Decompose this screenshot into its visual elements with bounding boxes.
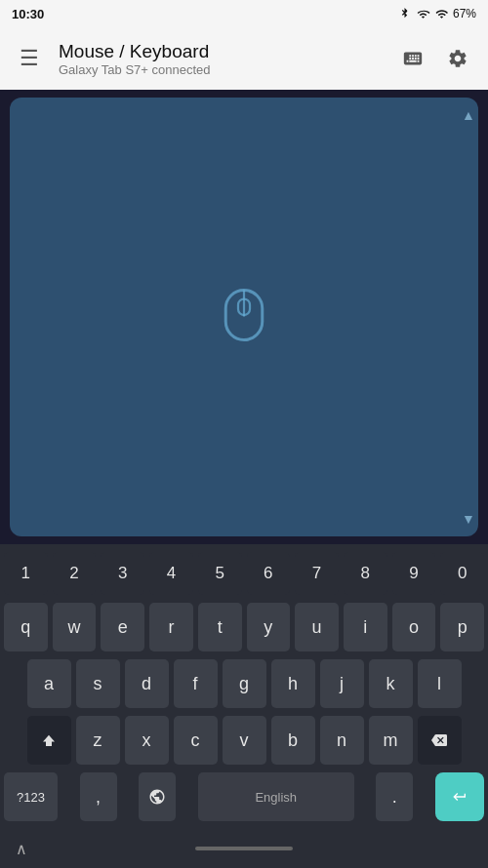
- key-5[interactable]: 5: [198, 552, 242, 595]
- backspace-icon: [429, 732, 449, 748]
- touchpad-area[interactable]: ▲ ▼: [10, 98, 478, 536]
- gear-icon: [447, 48, 468, 69]
- key-4[interactable]: 4: [149, 552, 193, 595]
- globe-icon: [148, 788, 166, 806]
- status-icons: 67%: [398, 7, 476, 20]
- key-a[interactable]: a: [27, 659, 71, 708]
- space-key[interactable]: English: [198, 772, 354, 821]
- key-o[interactable]: o: [392, 603, 436, 651]
- symbols-key[interactable]: ?123: [4, 772, 58, 821]
- key-t[interactable]: t: [198, 603, 242, 651]
- app-bar: ☰ Mouse / Keyboard Galaxy Tab S7+ connec…: [0, 27, 488, 90]
- app-bar-subtitle: Galaxy Tab S7+ connected: [59, 62, 383, 77]
- enter-key[interactable]: [435, 772, 484, 821]
- app-bar-actions: [394, 40, 476, 77]
- bluetooth-icon: [398, 8, 411, 20]
- signal-icon: [435, 8, 448, 20]
- key-d[interactable]: d: [125, 659, 169, 708]
- key-9[interactable]: 9: [392, 552, 436, 595]
- backspace-key[interactable]: [418, 716, 462, 765]
- nav-down-button[interactable]: ∧: [16, 840, 27, 858]
- period-key[interactable]: .: [376, 772, 413, 821]
- comma-key[interactable]: ,: [80, 772, 117, 821]
- scroll-down-arrow: ▼: [462, 511, 475, 527]
- settings-button[interactable]: [439, 40, 476, 77]
- key-x[interactable]: x: [125, 716, 169, 765]
- app-bar-title: Mouse / Keyboard: [59, 41, 383, 62]
- number-row: 1 2 3 4 5 6 7 8 9 0: [4, 552, 484, 595]
- key-8[interactable]: 8: [344, 552, 387, 595]
- key-n[interactable]: n: [320, 716, 364, 765]
- bottom-row: ?123 , English .: [4, 772, 484, 821]
- battery-level: 67%: [453, 7, 476, 20]
- key-m[interactable]: m: [369, 716, 413, 765]
- globe-key[interactable]: [139, 772, 176, 821]
- key-z[interactable]: z: [76, 716, 120, 765]
- status-bar: 10:30 67%: [0, 0, 488, 27]
- key-s[interactable]: s: [76, 659, 120, 708]
- key-w[interactable]: w: [53, 603, 97, 651]
- key-i[interactable]: i: [344, 603, 387, 651]
- key-v[interactable]: v: [223, 716, 266, 765]
- key-b[interactable]: b: [271, 716, 315, 765]
- key-k[interactable]: k: [369, 659, 413, 708]
- key-1[interactable]: 1: [4, 552, 48, 595]
- app-bar-titles: Mouse / Keyboard Galaxy Tab S7+ connecte…: [59, 41, 383, 77]
- keyboard-icon: [402, 48, 424, 69]
- home-indicator: [195, 847, 293, 850]
- nav-bar: ∧: [0, 829, 488, 868]
- key-l[interactable]: l: [418, 659, 462, 708]
- key-f[interactable]: f: [174, 659, 218, 708]
- key-p[interactable]: p: [440, 603, 484, 651]
- qwerty-row: q w e r t y u i o p: [4, 603, 484, 651]
- shift-icon: [40, 731, 58, 749]
- shift-key[interactable]: [27, 716, 71, 765]
- key-u[interactable]: u: [295, 603, 339, 651]
- keyboard-toggle-button[interactable]: [394, 40, 431, 77]
- key-r[interactable]: r: [149, 603, 193, 651]
- mouse-icon: [218, 289, 270, 345]
- keyboard-area: 1 2 3 4 5 6 7 8 9 0 q w e r t y u i o p …: [0, 544, 488, 829]
- scroll-bar: ▲ ▼: [467, 98, 470, 536]
- status-time: 10:30: [12, 7, 44, 21]
- key-h[interactable]: h: [271, 659, 315, 708]
- enter-icon: [450, 789, 469, 805]
- key-g[interactable]: g: [223, 659, 266, 708]
- key-6[interactable]: 6: [247, 552, 291, 595]
- key-0[interactable]: 0: [440, 552, 484, 595]
- hamburger-menu-button[interactable]: ☰: [12, 46, 47, 71]
- key-q[interactable]: q: [4, 603, 48, 651]
- scroll-up-arrow: ▲: [462, 107, 475, 123]
- zxcv-row: z x c v b n m: [4, 716, 484, 765]
- key-y[interactable]: y: [247, 603, 291, 651]
- key-2[interactable]: 2: [53, 552, 97, 595]
- wifi-icon: [416, 8, 430, 20]
- key-7[interactable]: 7: [295, 552, 339, 595]
- key-e[interactable]: e: [101, 603, 144, 651]
- key-3[interactable]: 3: [101, 552, 144, 595]
- key-j[interactable]: j: [320, 659, 364, 708]
- asdf-row: a s d f g h j k l: [4, 659, 484, 708]
- key-c[interactable]: c: [174, 716, 218, 765]
